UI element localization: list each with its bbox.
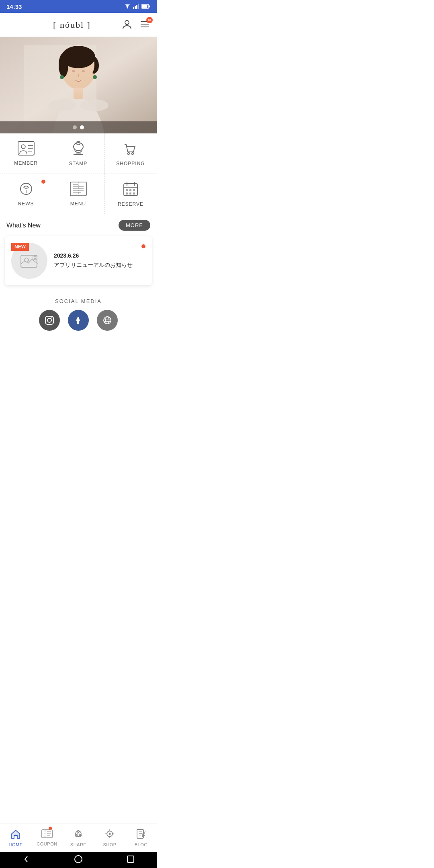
news-card[interactable]: NEW 2023.6.26 アプリリニューアルのお知らせ bbox=[5, 236, 152, 285]
reserve-label: RESERVE bbox=[118, 201, 143, 207]
svg-point-15 bbox=[59, 53, 68, 77]
menu-grid-row2: NEWS MENU bbox=[0, 174, 157, 214]
social-icons-row bbox=[6, 310, 150, 331]
svg-point-24 bbox=[21, 145, 25, 149]
news-thumbnail: NEW bbox=[11, 243, 47, 279]
svg-rect-48 bbox=[129, 189, 131, 191]
menu-button-grid[interactable]: MENU bbox=[52, 174, 104, 214]
hero-illustration bbox=[0, 37, 157, 133]
svg-rect-52 bbox=[133, 192, 135, 194]
svg-point-59 bbox=[51, 317, 53, 319]
news-icon bbox=[19, 182, 33, 198]
carousel-dots bbox=[0, 121, 157, 133]
reserve-icon bbox=[123, 181, 138, 198]
more-button[interactable]: MORE bbox=[119, 220, 150, 231]
hero-image bbox=[0, 37, 157, 133]
svg-rect-50 bbox=[126, 192, 128, 194]
status-icons bbox=[124, 4, 150, 9]
svg-point-16 bbox=[72, 70, 75, 72]
shopping-icon bbox=[123, 141, 138, 158]
svg-point-33 bbox=[132, 153, 134, 155]
svg-point-22 bbox=[80, 99, 108, 111]
svg-rect-0 bbox=[133, 7, 134, 9]
app-logo: [ nóubl ] bbox=[53, 20, 91, 30]
svg-point-19 bbox=[60, 75, 64, 79]
stamp-button[interactable]: STAMP bbox=[52, 133, 104, 174]
svg-rect-47 bbox=[126, 189, 128, 191]
svg-rect-18 bbox=[74, 88, 83, 99]
svg-point-56 bbox=[34, 257, 36, 259]
svg-rect-2 bbox=[136, 5, 137, 9]
menu-label: MENU bbox=[70, 201, 86, 207]
carousel-dot-1[interactable] bbox=[73, 125, 77, 129]
news-unread-badge bbox=[41, 180, 45, 184]
instagram-button[interactable] bbox=[39, 310, 60, 331]
status-bar: 14:33 bbox=[0, 0, 157, 13]
whats-new-section: What's New MORE bbox=[0, 214, 157, 236]
svg-point-61 bbox=[106, 317, 109, 324]
signal-icon bbox=[133, 4, 139, 9]
header-actions: N bbox=[121, 18, 150, 31]
svg-point-60 bbox=[104, 317, 111, 324]
news-label: NEWS bbox=[18, 201, 34, 207]
carousel-dot-2[interactable] bbox=[80, 125, 84, 129]
social-media-title: SOCIAL MEDIA bbox=[6, 298, 150, 304]
shopping-button[interactable]: SHOPPING bbox=[104, 133, 157, 174]
svg-point-54 bbox=[25, 258, 29, 262]
svg-point-7 bbox=[125, 20, 129, 25]
wifi-icon bbox=[124, 4, 131, 9]
profile-button[interactable] bbox=[121, 18, 133, 31]
svg-rect-49 bbox=[133, 189, 135, 191]
svg-rect-51 bbox=[129, 192, 131, 194]
svg-rect-30 bbox=[76, 152, 81, 154]
svg-point-58 bbox=[47, 318, 51, 322]
svg-point-17 bbox=[82, 70, 85, 72]
whats-new-title: What's New bbox=[6, 222, 41, 229]
news-date: 2023.6.26 bbox=[54, 252, 135, 259]
menu-icon bbox=[70, 182, 87, 198]
menu-button[interactable]: N bbox=[139, 18, 150, 31]
reserve-button[interactable]: RESERVE bbox=[104, 174, 157, 214]
facebook-button[interactable] bbox=[68, 310, 89, 331]
svg-rect-1 bbox=[135, 6, 136, 9]
svg-rect-5 bbox=[149, 6, 150, 8]
app-header: [ nóubl ] N bbox=[0, 13, 157, 37]
member-icon bbox=[18, 141, 35, 157]
member-button[interactable]: MEMBER bbox=[0, 133, 52, 174]
social-media-section: SOCIAL MEDIA bbox=[0, 292, 157, 337]
svg-rect-6 bbox=[142, 5, 147, 8]
stamp-label: STAMP bbox=[69, 161, 87, 166]
website-button[interactable] bbox=[97, 310, 118, 331]
news-unread-dot bbox=[141, 244, 145, 248]
menu-grid-row1: MEMBER STAMP bbox=[0, 133, 157, 174]
news-text: アプリリニューアルのお知らせ bbox=[54, 261, 135, 269]
svg-rect-3 bbox=[138, 4, 139, 9]
svg-point-32 bbox=[128, 153, 130, 155]
battery-icon bbox=[141, 4, 150, 9]
stamp-icon bbox=[71, 141, 86, 158]
svg-point-20 bbox=[93, 75, 97, 79]
news-content: 2023.6.26 アプリリニューアルのお知らせ bbox=[54, 252, 135, 269]
hero-banner bbox=[0, 37, 157, 133]
member-label: MEMBER bbox=[14, 160, 38, 166]
news-button[interactable]: NEWS bbox=[0, 174, 52, 214]
status-time: 14:33 bbox=[6, 3, 22, 10]
svg-point-21 bbox=[48, 99, 76, 111]
shopping-label: SHOPPING bbox=[116, 161, 145, 166]
new-badge: NEW bbox=[11, 243, 29, 251]
notification-badge: N bbox=[146, 17, 153, 23]
